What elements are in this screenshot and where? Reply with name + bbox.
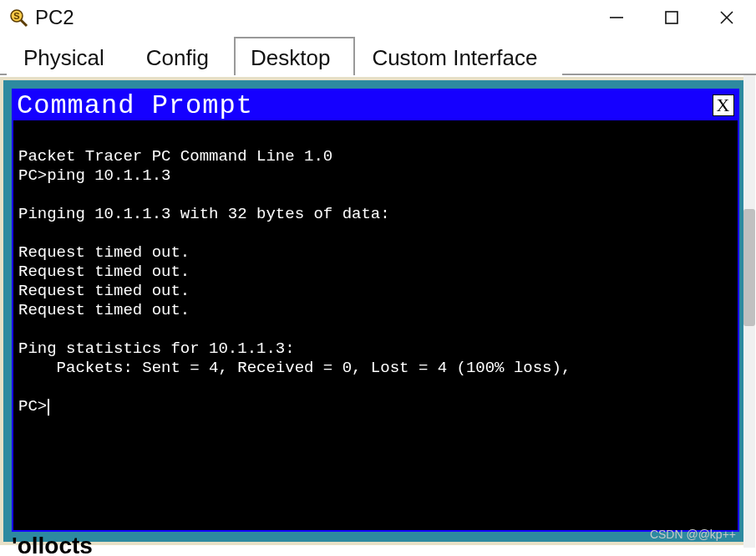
command-prompt-window: Command Prompt X Packet Tracer PC Comman… <box>12 89 739 532</box>
close-button[interactable] <box>699 0 754 35</box>
terminal-line: Packets: Sent = 4, Received = 0, Lost = … <box>18 359 571 377</box>
minimize-button[interactable] <box>589 0 644 35</box>
terminal-cursor <box>48 399 49 416</box>
tab-config[interactable]: Config <box>129 37 234 75</box>
terminal-line: PC>ping 10.1.1.3 <box>18 166 170 185</box>
terminal-line: Ping statistics for 10.1.1.3: <box>18 339 295 358</box>
svg-text:S: S <box>13 11 19 21</box>
vertical-scrollbar[interactable] <box>743 75 755 548</box>
command-prompt-titlebar[interactable]: Command Prompt X <box>13 90 738 120</box>
terminal-prompt: PC> <box>18 397 47 416</box>
desktop-panel: Command Prompt X Packet Tracer PC Comman… <box>0 77 751 545</box>
maximize-button[interactable] <box>644 0 699 35</box>
watermark-text: CSDN @@kp++ <box>650 528 736 541</box>
terminal-line: Packet Tracer PC Command Line 1.0 <box>18 147 332 166</box>
svg-line-2 <box>21 20 27 26</box>
app-icon: S <box>7 6 30 29</box>
tab-desktop[interactable]: Desktop <box>234 37 355 75</box>
tab-bar: Physical Config Desktop Custom Interface <box>0 35 756 75</box>
terminal-line: Request timed out. <box>18 301 190 319</box>
terminal-line: Request timed out. <box>18 282 190 300</box>
tab-custom-interface[interactable]: Custom Interface <box>355 37 562 75</box>
command-prompt-output[interactable]: Packet Tracer PC Command Line 1.0 PC>pin… <box>13 120 738 421</box>
cropped-footer-text: 'ollocts <box>12 533 93 556</box>
terminal-line: Pinging 10.1.1.3 with 32 bytes of data: <box>18 205 390 223</box>
terminal-line: Request timed out. <box>18 243 190 262</box>
tab-physical[interactable]: Physical <box>7 37 129 75</box>
command-prompt-close-button[interactable]: X <box>713 94 734 116</box>
window-title: PC2 <box>35 6 589 29</box>
scrollbar-thumb[interactable] <box>743 209 755 326</box>
window-titlebar: S PC2 <box>0 0 756 35</box>
command-prompt-title: Command Prompt <box>17 90 713 121</box>
svg-rect-4 <box>666 12 677 23</box>
window-controls <box>589 0 754 35</box>
terminal-line: Request timed out. <box>18 263 190 281</box>
